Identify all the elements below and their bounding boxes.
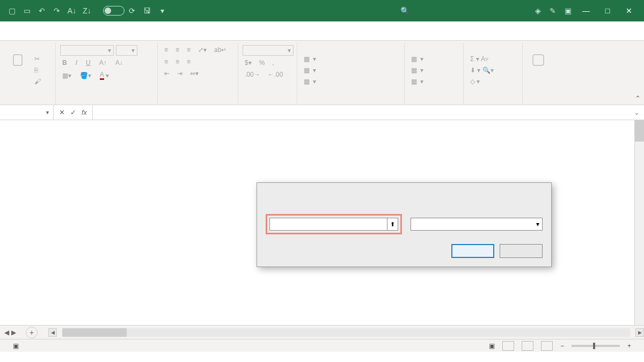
page-break-view-icon[interactable] [541, 341, 553, 351]
increase-indent-icon[interactable]: ⇥ [175, 69, 185, 78]
collapse-ribbon-icon[interactable]: ⌃ [635, 94, 641, 102]
comma-icon[interactable]: , [270, 58, 276, 68]
search-icon[interactable]: 🔍 [397, 3, 412, 18]
ribbon-display-icon[interactable]: ▣ [560, 3, 575, 18]
format-painter-button[interactable]: 🖌 [32, 77, 43, 86]
currency-icon[interactable]: $▾ [243, 58, 254, 68]
close-button[interactable]: ✕ [618, 0, 640, 21]
qat-dropdown-icon[interactable]: ▾ [155, 3, 170, 18]
autosum-button[interactable]: Σ ▾ A▿ [468, 54, 496, 64]
fill-button[interactable]: ⬇ ▾ 🔍▾ [468, 65, 496, 75]
align-right-icon[interactable]: ≡ [185, 57, 193, 67]
zoom-slider[interactable] [572, 345, 620, 347]
paste-button[interactable] [6, 45, 29, 77]
copy-button[interactable]: ⎘ [32, 65, 43, 75]
bold-button[interactable]: B [60, 58, 69, 68]
increase-font-icon[interactable]: A↑ [97, 58, 109, 68]
sheet-nav-next-icon[interactable]: ▶ [11, 329, 16, 336]
enter-formula-icon[interactable]: ✓ [70, 108, 76, 116]
name-box[interactable]: ▼ [0, 105, 54, 120]
increase-decimal-icon[interactable]: .00→ [243, 70, 262, 79]
svg-rect-0 [13, 55, 22, 65]
coming-soon-icon[interactable]: ✎ [545, 3, 560, 18]
autosave-switch[interactable] [103, 6, 125, 16]
decrease-indent-icon[interactable]: ⇤ [162, 69, 172, 78]
orientation-icon[interactable]: ⤢▾ [196, 45, 209, 55]
align-left-icon[interactable]: ≡ [162, 57, 170, 67]
insert-cells-button[interactable]: ▦ ▾ [409, 54, 426, 64]
save-icon[interactable]: ▢ [4, 3, 19, 18]
undo-icon[interactable]: ↶ [34, 3, 49, 18]
font-color-button[interactable]: A▾ [98, 70, 111, 81]
cancel-formula-icon[interactable]: ✕ [59, 108, 65, 116]
analyze-data-button[interactable] [527, 45, 550, 77]
autosave-toggle[interactable] [100, 6, 125, 16]
sort-asc-icon[interactable]: A↓ [64, 3, 79, 18]
sheet-nav-prev-icon[interactable]: ◀ [4, 329, 9, 336]
hscroll-left-icon[interactable]: ◀ [48, 328, 57, 337]
align-center-icon[interactable]: ≡ [173, 57, 181, 67]
vertical-scrollbar[interactable] [634, 120, 644, 325]
dialog-value-input[interactable] [269, 218, 387, 231]
dialog-format-dropdown[interactable]: ▾ [411, 218, 543, 231]
refresh-icon[interactable]: ⟳ [125, 3, 140, 18]
cut-button[interactable]: ✂ [32, 54, 43, 64]
align-top-icon[interactable]: ≡ [162, 45, 170, 55]
greater-than-dialog: ⬆ ▾ [257, 182, 552, 267]
expand-formula-bar-icon[interactable]: ⌄ [630, 108, 644, 116]
decrease-font-icon[interactable]: A↓ [113, 58, 125, 68]
number-format-dropdown[interactable]: ▾ [243, 45, 294, 56]
dialog-value-wrap: ⬆ [266, 214, 402, 234]
italic-button[interactable]: I [74, 58, 79, 68]
sheet-tab-bar: ◀ ▶ + ◀ ▶ [0, 325, 644, 339]
display-settings-button[interactable]: ▣ [489, 342, 495, 350]
ribbon-tabs [0, 21, 644, 41]
percent-icon[interactable]: % [257, 58, 267, 68]
dialog-cancel-button[interactable] [500, 244, 543, 258]
clear-button[interactable]: ◇ ▾ [468, 77, 496, 86]
zoom-in-icon[interactable]: + [627, 342, 631, 350]
normal-view-icon[interactable] [502, 341, 514, 351]
minimize-button[interactable]: — [575, 0, 597, 21]
range-selector-icon[interactable]: ⬆ [387, 218, 398, 231]
macro-record-icon[interactable]: ▣ [13, 342, 19, 350]
underline-button[interactable]: U [84, 58, 93, 68]
delete-cells-button[interactable]: ▦ ▾ [409, 65, 426, 75]
horizontal-scrollbar[interactable] [62, 328, 630, 337]
page-layout-view-icon[interactable] [522, 341, 533, 351]
save-as-icon[interactable]: 🖫 [140, 3, 155, 18]
hscroll-right-icon[interactable]: ▶ [635, 328, 644, 337]
decrease-decimal-icon[interactable]: ←.00 [266, 70, 286, 79]
cell-styles-button[interactable]: ▦ ▾ [302, 77, 318, 86]
merge-center-icon[interactable]: ⇔▾ [188, 69, 201, 78]
fill-color-button[interactable]: 🪣▾ [78, 70, 93, 81]
redo-icon[interactable]: ↷ [49, 3, 64, 18]
formula-bar: ▼ ✕ ✓ fx ⌄ [0, 105, 644, 120]
wrap-text-icon[interactable]: ab↵ [212, 45, 229, 55]
dialog-ok-button[interactable] [451, 244, 494, 258]
title-bar: ▢ ▭ ↶ ↷ A↓ Z↓ ⟳ 🖫 ▾ 🔍 ◈ ✎ ▣ — □ ✕ [0, 0, 644, 21]
zoom-out-icon[interactable]: − [560, 342, 564, 350]
border-button[interactable]: ▦▾ [60, 70, 74, 81]
ribbon: ✂ ⎘ 🖌 ▾ ▾ B I U A↑ A↓ ▦▾ 🪣▾ A▾ [0, 41, 644, 105]
status-bar: ▣ ▣ − + [0, 339, 644, 352]
font-size-dropdown[interactable]: ▾ [116, 45, 137, 56]
svg-rect-1 [533, 55, 544, 65]
format-cells-button[interactable]: ▦ ▾ [409, 77, 426, 86]
diamond-icon[interactable]: ◈ [530, 3, 545, 18]
align-bottom-icon[interactable]: ≡ [185, 45, 193, 55]
font-name-dropdown[interactable]: ▾ [60, 45, 114, 56]
maximize-button[interactable]: □ [597, 0, 618, 21]
sort-desc-icon[interactable]: Z↓ [79, 3, 94, 18]
open-icon[interactable]: ▭ [19, 3, 34, 18]
conditional-formatting-button[interactable]: ▦ ▾ [302, 54, 318, 64]
add-sheet-button[interactable]: + [26, 327, 38, 338]
insert-function-icon[interactable]: fx [82, 108, 87, 116]
align-middle-icon[interactable]: ≡ [173, 45, 181, 55]
format-as-table-button[interactable]: ▦ ▾ [302, 65, 318, 75]
